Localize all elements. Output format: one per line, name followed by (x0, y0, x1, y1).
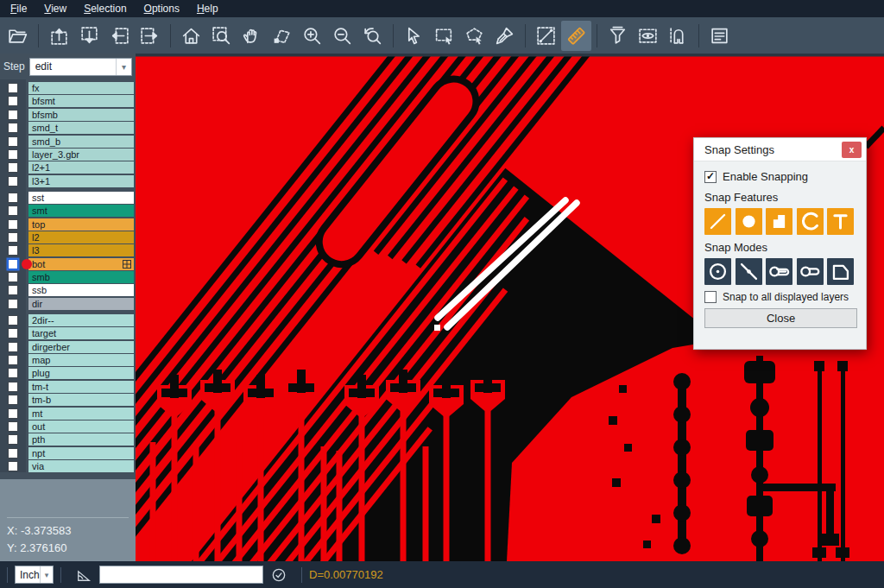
zoom-out-icon[interactable] (327, 21, 357, 51)
menu-file[interactable]: File (2, 1, 35, 16)
layer-visibility-checkbox[interactable] (8, 421, 18, 432)
layer-color-bar[interactable]: top (28, 218, 134, 231)
layer-row-pth[interactable]: pth (0, 433, 136, 446)
snap-feature-icon[interactable] (766, 258, 792, 285)
layer-color-bar[interactable]: dirgerber (28, 341, 134, 353)
layer-row-npt[interactable]: npt (0, 447, 136, 459)
layer-color-bar[interactable]: dir (28, 298, 134, 310)
polygon-select-icon[interactable] (459, 21, 489, 51)
layer-visibility-checkbox[interactable] (8, 461, 18, 471)
close-button[interactable]: Close (704, 308, 857, 328)
layer-visibility-checkbox[interactable] (8, 232, 18, 243)
layer-color-bar[interactable]: plug (28, 367, 134, 379)
menu-selection[interactable]: Selection (75, 1, 135, 16)
apply-check-icon[interactable] (270, 566, 287, 584)
layer-color-bar[interactable]: via (28, 460, 134, 472)
layer-row-fx[interactable]: fx (0, 82, 136, 94)
layer-visibility-checkbox[interactable] (8, 342, 18, 352)
layer-color-bar[interactable]: mt (28, 408, 134, 420)
layer-visibility-checkbox[interactable] (8, 395, 18, 405)
layer-row-l3+1[interactable]: l3+1 (0, 175, 136, 187)
snap-icon[interactable] (663, 21, 693, 51)
layer-color-bar[interactable]: smd_b (28, 136, 134, 148)
layer-color-bar[interactable]: l2+1 (28, 161, 134, 174)
menu-help[interactable]: Help (188, 1, 227, 16)
layer-row-tm-b[interactable]: tm-b (0, 394, 136, 406)
layer-row-tm-t[interactable]: tm-t (0, 381, 136, 393)
layer-visibility-checkbox[interactable] (8, 110, 18, 120)
layer-row-ssb[interactable]: ssb (0, 284, 136, 296)
layer-visibility-checkbox[interactable] (8, 193, 18, 203)
layer-color-bar[interactable]: l3 (28, 244, 134, 256)
layer-row-smd_b[interactable]: smd_b (0, 136, 136, 148)
snap-arc-icon[interactable] (797, 208, 824, 235)
zoom-previous-icon[interactable] (357, 21, 388, 51)
layer-visibility-checkbox[interactable] (8, 315, 18, 326)
layer-visibility-checkbox[interactable] (8, 205, 18, 216)
shift-left-icon[interactable] (104, 21, 135, 51)
layer-row-bot[interactable]: bot (0, 258, 136, 270)
shift-up-icon[interactable] (44, 21, 74, 51)
layer-row-plug[interactable]: plug (0, 367, 136, 379)
filter-icon[interactable] (603, 21, 633, 51)
view-options-icon[interactable] (633, 21, 663, 51)
layer-row-smd_t[interactable]: smd_t (0, 122, 136, 134)
layer-row-sst[interactable]: sst (0, 192, 136, 204)
layer-visibility-checkbox[interactable] (8, 176, 18, 187)
layer-row-l3[interactable]: l3 (0, 244, 136, 256)
layer-visibility-checkbox[interactable] (8, 434, 18, 445)
shift-down-icon[interactable] (74, 21, 104, 51)
layer-row-dirgerber[interactable]: dirgerber (0, 341, 136, 353)
layer-row-bfsmt[interactable]: bfsmt (0, 95, 136, 107)
layer-row-via[interactable]: via (0, 460, 136, 472)
ruler-icon[interactable] (561, 21, 591, 51)
snap-line-icon[interactable] (704, 208, 731, 235)
layer-row-layer_3.gbr[interactable]: layer_3.gbr (0, 149, 136, 161)
layer-visibility-checkbox[interactable] (8, 136, 18, 147)
measure-icon[interactable] (531, 21, 561, 51)
layer-visibility-checkbox[interactable] (8, 285, 18, 295)
layer-row-mt[interactable]: mt (0, 408, 136, 420)
layer-visibility-checkbox[interactable] (8, 272, 18, 282)
layer-color-bar[interactable]: out (28, 420, 134, 433)
units-select[interactable]: Inch ▾ (15, 566, 54, 584)
snap-surface-icon[interactable] (766, 208, 792, 235)
layer-color-bar[interactable]: fx (28, 82, 134, 94)
layer-visibility-checkbox[interactable] (8, 382, 18, 392)
layers-panel-icon[interactable] (704, 21, 735, 51)
home-view-icon[interactable] (176, 21, 206, 51)
snap-pad-icon[interactable] (736, 208, 762, 235)
snap-outline-icon[interactable] (827, 258, 854, 285)
layer-color-bar[interactable]: map (28, 354, 134, 366)
layer-visibility-checkbox[interactable] (8, 355, 18, 365)
layer-visibility-checkbox[interactable] (8, 259, 18, 269)
layer-row-smt[interactable]: smt (0, 205, 136, 217)
layer-color-bar[interactable]: smb (28, 271, 134, 283)
step-select[interactable]: edit ▾ (29, 58, 132, 76)
layer-row-out[interactable]: out (0, 420, 136, 433)
layer-color-bar[interactable]: npt (28, 447, 134, 459)
layer-color-bar[interactable]: bot (28, 258, 134, 270)
snap-midpoint-icon[interactable] (736, 258, 762, 285)
snap-all-layers-checkbox[interactable] (704, 291, 717, 303)
layer-row-bfsmb[interactable]: bfsmb (0, 109, 136, 121)
layer-row-smb[interactable]: smb (0, 271, 136, 283)
layer-visibility-checkbox[interactable] (8, 299, 18, 309)
layer-color-bar[interactable]: l3+1 (28, 175, 134, 187)
enable-snapping-checkbox[interactable] (704, 171, 717, 183)
menu-view[interactable]: View (35, 1, 75, 16)
layer-color-bar[interactable]: smt (28, 205, 134, 217)
angle-tool-icon[interactable] (75, 566, 92, 584)
layer-visibility-checkbox[interactable] (8, 149, 18, 160)
rect-select-icon[interactable] (429, 21, 459, 51)
layer-color-bar[interactable]: layer_3.gbr (28, 149, 134, 161)
layer-color-bar[interactable]: 2dir-- (28, 314, 134, 326)
shift-right-icon[interactable] (135, 21, 165, 51)
layer-color-bar[interactable]: tm-t (28, 381, 134, 393)
layer-color-bar[interactable]: ssb (28, 284, 134, 296)
layer-row-l2+1[interactable]: l2+1 (0, 161, 136, 174)
snap-edge-icon[interactable] (797, 258, 824, 285)
layer-visibility-checkbox[interactable] (8, 83, 18, 93)
command-input[interactable] (99, 566, 263, 584)
layer-visibility-checkbox[interactable] (8, 245, 18, 256)
